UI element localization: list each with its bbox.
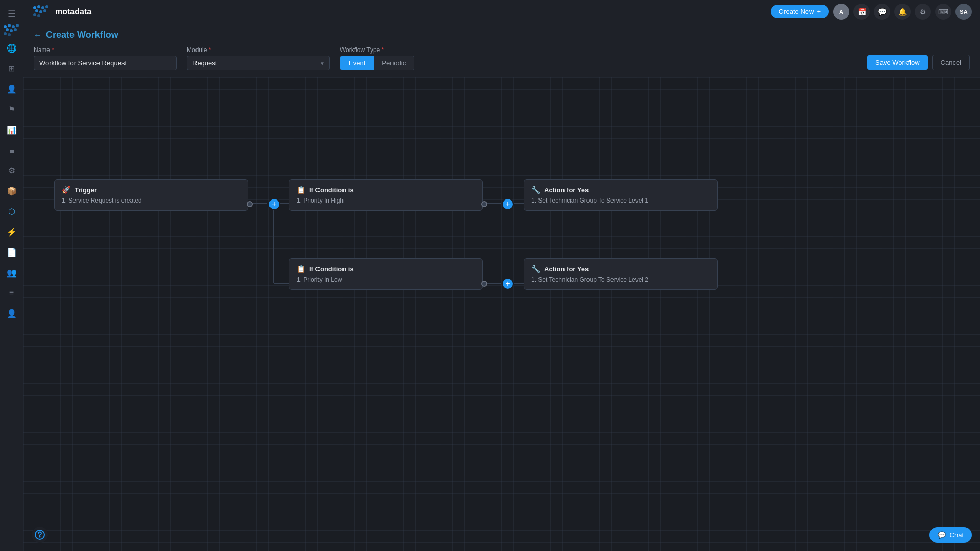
name-label: Name * xyxy=(34,46,177,54)
svg-point-14 xyxy=(39,10,42,13)
connector-lines xyxy=(23,77,980,551)
trigger-icon: 🚀 xyxy=(62,186,70,194)
main-content: motadata Create New + A 📅 💬 🔔 ⚙ ⌨ SA ← C… xyxy=(23,0,980,551)
svg-point-12 xyxy=(45,5,48,8)
topbar-left: motadata xyxy=(32,5,91,19)
sidebar-item-chart[interactable]: 📊 xyxy=(3,120,21,139)
action1-title: Action for Yes xyxy=(544,186,589,194)
module-field-group: Module * Request ▼ xyxy=(187,46,330,70)
action2-node-header: 🔧 Action for Yes xyxy=(531,265,710,273)
sidebar-item-globe[interactable]: 🌐 xyxy=(3,39,21,57)
logo-icon xyxy=(2,23,21,38)
event-type-button[interactable]: Event xyxy=(340,56,374,70)
action2-content: 1. Set Technician Group To Service Level… xyxy=(531,276,710,283)
settings-icon-button[interactable]: ⚙ xyxy=(915,4,931,20)
svg-point-1 xyxy=(8,24,11,27)
svg-point-4 xyxy=(6,28,9,31)
create-new-button[interactable]: Create New + xyxy=(771,5,829,18)
sidebar-item-person[interactable]: 👥 xyxy=(3,263,21,282)
sidebar-item-flag[interactable]: ⚑ xyxy=(3,100,21,118)
module-required: * xyxy=(209,46,211,54)
sidebar-item-grid[interactable]: ⊞ xyxy=(3,59,21,78)
trigger-content: 1. Service Request is created xyxy=(62,197,240,204)
action2-icon: 🔧 xyxy=(531,265,540,273)
svg-point-15 xyxy=(43,9,46,12)
svg-point-10 xyxy=(37,5,40,8)
svg-point-17 xyxy=(37,14,40,17)
add-connector-2-button[interactable]: + xyxy=(502,198,514,210)
svg-point-13 xyxy=(35,9,38,12)
svg-point-11 xyxy=(41,6,44,9)
plus-icon: + xyxy=(817,8,821,15)
topbar: motadata Create New + A 📅 💬 🔔 ⚙ ⌨ SA xyxy=(23,0,980,23)
action-node-1[interactable]: 🔧 Action for Yes 1. Set Technician Group… xyxy=(524,179,718,211)
workflow-canvas: 🚀 Trigger 1. Service Request is created … xyxy=(23,77,980,551)
module-label: Module * xyxy=(187,46,330,54)
condition1-title: If Condition is xyxy=(309,186,354,194)
chat-icon-button[interactable]: 💬 xyxy=(874,4,890,20)
condition-node-1[interactable]: 📋 If Condition is 1. Priority In High xyxy=(289,179,483,211)
back-button[interactable]: ← xyxy=(34,31,42,40)
add-connector-1-button[interactable]: + xyxy=(268,198,280,210)
condition2-title: If Condition is xyxy=(309,265,354,273)
type-buttons: Event Periodic xyxy=(340,56,414,70)
condition-node-2[interactable]: 📋 If Condition is 1. Priority In Low xyxy=(289,258,483,290)
page-header: ← Create Workflow Name * Module * Reques… xyxy=(23,23,980,77)
avatar-a-button[interactable]: A xyxy=(833,4,849,20)
help-icon-button[interactable] xyxy=(32,527,48,543)
logo-text: motadata xyxy=(55,7,91,16)
workflow-type-group: Workflow Type * Event Periodic xyxy=(340,46,414,70)
name-required: * xyxy=(52,46,54,54)
trigger-node-header: 🚀 Trigger xyxy=(62,186,240,194)
sidebar-item-gear[interactable]: ⚙ xyxy=(3,161,21,180)
logo-dots-icon xyxy=(32,5,51,19)
add-connector-3-button[interactable]: + xyxy=(502,278,514,290)
workflow-type-label: Workflow Type * xyxy=(340,46,414,54)
cancel-button[interactable]: Cancel xyxy=(932,55,970,70)
action1-node-header: 🔧 Action for Yes xyxy=(531,186,710,194)
form-row: Name * Module * Request ▼ xyxy=(34,46,970,70)
module-select[interactable]: Request xyxy=(187,56,330,70)
page-title: Create Workflow xyxy=(46,30,118,40)
condition2-content: 1. Priority In Low xyxy=(297,276,475,283)
calendar-icon-button[interactable]: 📅 xyxy=(853,4,870,20)
save-workflow-button[interactable]: Save Workflow xyxy=(867,55,927,70)
action-node-2[interactable]: 🔧 Action for Yes 1. Set Technician Group… xyxy=(524,258,718,290)
trigger-output-dot xyxy=(247,201,253,207)
logo-container: motadata xyxy=(32,5,91,19)
sidebar-item-workflow[interactable]: ⬡ xyxy=(3,202,21,220)
chat-button[interactable]: 💬 Chat xyxy=(929,527,972,543)
hamburger-icon[interactable]: ☰ xyxy=(4,4,20,23)
trigger-node[interactable]: 🚀 Trigger 1. Service Request is created xyxy=(54,179,248,211)
module-select-wrapper: Request ▼ xyxy=(187,56,330,70)
svg-point-5 xyxy=(10,29,13,32)
sidebar-item-lightning[interactable]: ⚡ xyxy=(3,222,21,241)
avatar-sa-button[interactable]: SA xyxy=(955,4,972,20)
action1-content: 1. Set Technician Group To Service Level… xyxy=(531,197,710,204)
sidebar-item-users[interactable]: 👤 xyxy=(3,80,21,98)
action2-title: Action for Yes xyxy=(544,265,589,273)
bell-icon-button[interactable]: 🔔 xyxy=(894,4,911,20)
sidebar-item-contact[interactable]: 👤 xyxy=(3,304,21,322)
condition1-content: 1. Priority In High xyxy=(297,197,475,204)
svg-point-7 xyxy=(4,32,7,35)
chat-icon: 💬 xyxy=(938,531,946,539)
sidebar-item-reports[interactable]: 📄 xyxy=(3,243,21,261)
name-input[interactable] xyxy=(34,56,177,70)
sidebar-item-list[interactable]: ≡ xyxy=(3,284,21,302)
type-required: * xyxy=(382,46,384,54)
topbar-right: Create New + A 📅 💬 🔔 ⚙ ⌨ SA xyxy=(771,4,972,20)
svg-point-2 xyxy=(12,25,15,28)
sidebar-item-monitor[interactable]: 🖥 xyxy=(3,141,21,159)
keyboard-icon-button[interactable]: ⌨ xyxy=(935,4,951,20)
periodic-type-button[interactable]: Periodic xyxy=(374,56,414,70)
sidebar-item-box[interactable]: 📦 xyxy=(3,182,21,200)
page-title-row: ← Create Workflow xyxy=(34,30,970,40)
svg-point-3 xyxy=(16,24,19,27)
svg-point-0 xyxy=(4,25,7,28)
condition1-icon: 📋 xyxy=(297,186,305,194)
condition2-node-header: 📋 If Condition is xyxy=(297,265,475,273)
svg-point-9 xyxy=(33,6,36,9)
sidebar: ☰ 🌐 ⊞ 👤 ⚑ 📊 🖥 ⚙ 📦 ⬡ ⚡ 📄 👥 ≡ 👤 xyxy=(0,0,23,551)
trigger-title: Trigger xyxy=(75,186,97,194)
